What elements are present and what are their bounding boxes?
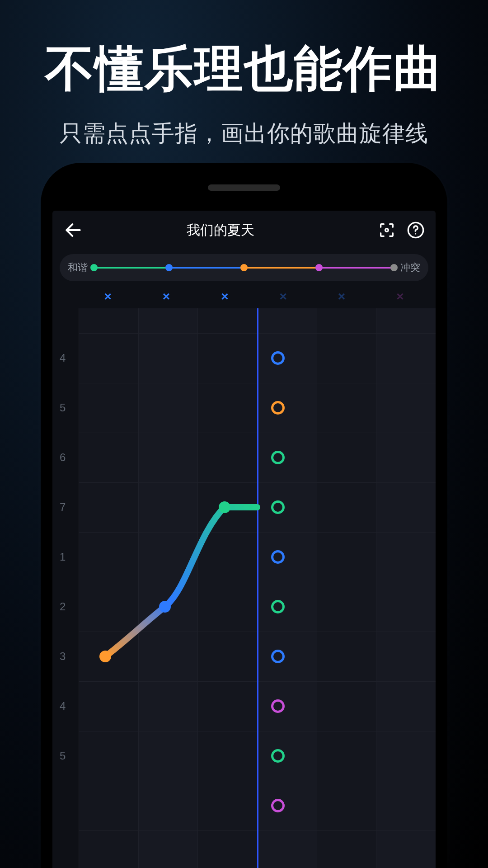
pitch-label: 5 <box>60 401 66 414</box>
pitch-label: 4 <box>60 352 66 364</box>
promo-block: 不懂乐理也能作曲 只需点点手指，画出你的歌曲旋律线 <box>0 0 488 149</box>
slider-left-label: 和谐 <box>68 261 88 274</box>
column-delete-icon[interactable]: × <box>371 289 429 304</box>
app-header: 我们的夏天 <box>52 211 436 250</box>
pitch-axis-labels: 456712345 <box>60 308 78 868</box>
harmony-segment <box>94 267 169 269</box>
harmony-stop[interactable] <box>390 264 398 271</box>
harmony-stop[interactable] <box>240 264 248 271</box>
scan-button[interactable] <box>378 221 396 239</box>
song-title: 我们的夏天 <box>71 221 370 240</box>
pitch-label: 1 <box>60 551 66 563</box>
phone-speaker <box>208 184 280 191</box>
column-delete-row: ×××××× <box>52 281 436 304</box>
column-delete-icon[interactable]: × <box>312 289 371 304</box>
svg-point-3 <box>415 233 417 235</box>
harmony-stop[interactable] <box>90 264 98 271</box>
device-frame: 我们的夏天 <box>41 163 447 868</box>
column-delete-icon[interactable]: × <box>137 289 195 304</box>
melody-node[interactable] <box>219 501 230 513</box>
svg-point-1 <box>385 229 389 232</box>
pitch-label: 2 <box>60 600 66 613</box>
column-delete-icon[interactable]: × <box>79 289 137 304</box>
slider-right-label: 冲突 <box>400 261 420 274</box>
pitch-label: 3 <box>60 650 66 663</box>
pitch-label: 7 <box>60 501 66 514</box>
promo-subline: 只需点点手指，画出你的歌曲旋律线 <box>0 118 488 149</box>
harmony-segment <box>169 267 244 269</box>
pitch-label: 5 <box>60 750 66 762</box>
melody-curve <box>79 308 436 868</box>
column-delete-icon[interactable]: × <box>254 289 312 304</box>
melody-node[interactable] <box>99 651 111 662</box>
harmony-stop[interactable] <box>315 264 323 271</box>
promo-headline: 不懂乐理也能作曲 <box>0 36 488 102</box>
harmony-track[interactable] <box>94 267 394 269</box>
melody-grid-wrap: 456712345 <box>60 308 436 868</box>
melody-node[interactable] <box>159 601 171 613</box>
app-screen: 我们的夏天 <box>52 211 436 868</box>
pitch-label: 4 <box>60 700 66 712</box>
harmony-segment <box>244 267 319 269</box>
help-button[interactable] <box>407 221 425 239</box>
scan-icon <box>378 221 396 239</box>
column-delete-icon[interactable]: × <box>196 289 254 304</box>
melody-grid[interactable] <box>79 308 436 868</box>
harmony-stop[interactable] <box>165 264 173 271</box>
pitch-label: 6 <box>60 451 66 464</box>
question-circle-icon <box>407 221 425 239</box>
harmony-slider[interactable]: 和谐 冲突 <box>60 254 428 281</box>
harmony-segment <box>319 267 394 269</box>
